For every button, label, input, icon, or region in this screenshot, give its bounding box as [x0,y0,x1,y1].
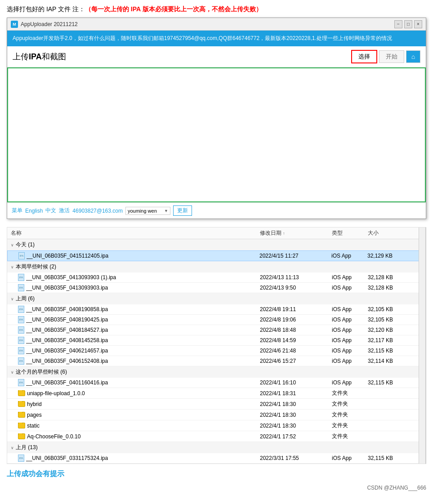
file-size: 32,115 KB [368,455,408,461]
file-size: 32,115 KB [368,379,408,386]
note-content: （每一次上传的 IPA 版本必须要比上一次高，不然会上传失败） [85,5,262,13]
chevron-icon: ∨ [11,243,14,247]
file-group-header-last-month[interactable]: ∨上月 (13) [7,442,425,453]
table-row[interactable]: hybrid 2022/4/1 18:30 文件夹 [7,399,425,410]
home-button[interactable]: ⌂ [406,50,420,63]
home-icon: ⌂ [411,53,415,60]
group-label: 本周早些时候 (2) [16,263,56,271]
file-name-cell: IPA __UNI_06B035F_0413093903.ipa [18,284,260,291]
folder-icon [18,412,25,418]
file-name-text: pages [27,412,42,418]
file-type: iOS App [332,358,368,364]
file-name-cell: Aq-ChooseFile_0.0.10 [18,433,260,440]
file-name-text: uniapp-file-upload_1.0.0 [27,390,85,397]
app-window: M AppUploader 20211212 − □ × Appuploader… [7,18,426,219]
file-type: iOS App [332,337,368,343]
file-size: 32,105 KB [368,317,408,323]
table-row[interactable]: IPA __UNI_06B035F_0413093903.ipa 2022/4/… [7,283,425,293]
email-link[interactable]: 46903827@163.com [72,208,123,214]
file-size: 32,115 KB [368,348,408,354]
file-name-text: __UNI_06B035F_0406214657.ipa [26,348,108,354]
chinese-link[interactable]: 中文 [45,207,56,214]
table-row[interactable]: IPA __UNI_06B035F_0406214657.ipa 2022/4/… [7,346,425,356]
scrollbar[interactable] [419,227,425,464]
table-row[interactable]: IPA __UNI_06B035F_0408184527.ipa 2022/4/… [7,325,425,335]
table-row[interactable]: IPA __UNI_06B035F_0415112405.ipa 2022/4/… [7,250,425,261]
file-name-cell: IPA __UNI_06B035F_0406214657.ipa [18,347,260,354]
instruction-prefix: 选择打包好的 IAP 文件 注： [7,5,85,13]
file-size: 32,120 KB [368,327,408,333]
file-name-cell: IPA __UNI_06B035F_0415112405.ipa [18,252,259,259]
upload-title-prefix: 上传 [13,52,29,61]
section-divider [0,219,433,223]
file-name-text: __UNI_06B035F_0408190858.ipa [26,306,108,312]
table-row[interactable]: uniapp-file-upload_1.0.0 2022/4/1 18:31 … [7,388,425,399]
file-type: iOS App [332,379,368,386]
file-name-cell: IPA __UNI_06B035F_0408190858.ipa [18,306,260,313]
table-row[interactable]: IPA __UNI_06B035F_0406152408.ipa 2022/4/… [7,356,425,366]
file-size: 32,129 KB [367,253,408,259]
folder-icon [18,433,25,439]
file-size: 32,128 KB [368,285,408,291]
file-icon: IPA [18,274,24,281]
table-row[interactable]: IPA __UNI_06B035F_0408190858.ipa 2022/4/… [7,304,425,315]
file-type: 文件夹 [332,400,368,408]
user-dropdown[interactable]: youming wen ▼ [125,207,170,215]
group-label: 这个月的早些时候 (6) [16,368,67,376]
file-type: iOS App [331,253,367,259]
info-text: Appuploader开发助手2.0，如过有什么问题，随时联系我们邮箱19745… [13,35,392,41]
file-date: 2022/4/8 18:48 [260,327,332,333]
bottom-bar: 菜单 English 中文 激活 46903827@163.com youmin… [7,202,426,219]
file-name-cell: IPA __UNI_06B035F_0413093903 (1).ipa [18,274,260,281]
file-name-text: __UNI_06B035F_0415112405.ipa [27,253,108,259]
col-size-header: 大小 [368,229,408,237]
table-row[interactable]: IPA __UNI_06B035F_0413093903 (1).ipa 202… [7,272,425,283]
file-type: 文件夹 [332,433,368,440]
start-button[interactable]: 开始 [379,50,404,63]
table-row[interactable]: IPA __UNI_06B035F_0401160416.ipa 2022/4/… [7,378,425,388]
table-row[interactable]: pages 2022/4/1 18:30 文件夹 [7,410,425,420]
file-group-header-this-week-early[interactable]: ∨本周早些时候 (2) [7,261,425,272]
file-icon: IPA [18,284,24,291]
file-date: 2022/4/13 9:50 [260,285,332,291]
english-link[interactable]: English [25,208,43,214]
activate-link[interactable]: 激活 [59,207,70,214]
app-icon: M [11,21,18,28]
file-type: 文件夹 [332,411,368,419]
update-button[interactable]: 更新 [173,205,192,216]
file-icon: IPA [18,316,24,323]
file-size: 32,128 KB [368,274,408,281]
table-row[interactable]: IPA __UNI_06B035F_0408145258.ipa 2022/4/… [7,335,425,346]
file-icon: IPA [18,379,24,386]
file-group-header-last-week[interactable]: ∨上周 (6) [7,293,425,304]
chevron-icon: ∨ [11,446,14,450]
folder-icon [18,401,25,407]
maximize-button[interactable]: □ [404,20,412,28]
file-name-cell: IPA __UNI_06B035F_0331175324.ipa [18,455,260,462]
dropdown-arrow-icon: ▼ [164,209,168,213]
table-row[interactable]: IPA __UNI_06B035F_0408190425.ipa 2022/4/… [7,315,425,325]
file-size: 32,114 KB [368,358,408,364]
file-size: 32,117 KB [368,337,408,343]
file-group-header-this-month-early[interactable]: ∨这个月的早些时候 (6) [7,366,425,378]
col-date-header: 修改日期 ↑ [260,229,332,237]
csdn-credit: CSDN @ZHANG___666 [0,481,433,495]
chevron-icon: ∨ [11,297,14,301]
group-label: 上月 (13) [16,444,38,451]
titlebar-left: M AppUploader 20211212 [11,21,78,28]
table-row[interactable]: Aq-ChooseFile_0.0.10 2022/4/1 17:52 文件夹 [7,431,425,442]
file-name-cell: IPA __UNI_06B035F_0401160416.ipa [18,379,260,386]
file-date: 2022/4/1 18:30 [260,412,332,418]
file-group-header-today[interactable]: ∨今天 (1) [7,239,425,250]
table-row[interactable]: IPA __UNI_06B035F_0331175324.ipa 2022/3/… [7,453,425,464]
menu-link[interactable]: 菜单 [12,207,22,214]
file-date: 2022/4/1 18:30 [260,401,332,407]
close-button[interactable]: × [414,20,422,28]
col-name-header: 名称 [11,229,260,237]
file-date: 2022/4/15 11:27 [259,253,331,259]
select-button[interactable]: 选择 [351,50,377,63]
window-controls: − □ × [394,20,422,28]
minimize-button[interactable]: − [394,20,402,28]
file-type: iOS App [332,285,368,291]
table-row[interactable]: static 2022/4/1 18:30 文件夹 [7,420,425,431]
